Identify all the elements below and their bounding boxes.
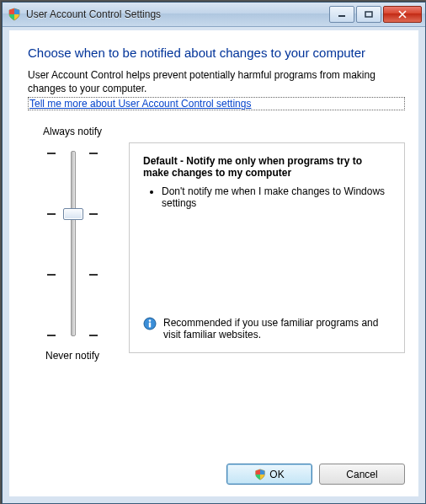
cancel-button[interactable]: Cancel [319, 464, 405, 485]
page-heading: Choose when to be notified about changes… [28, 46, 405, 60]
page-description: User Account Control helps prevent poten… [28, 68, 405, 95]
slider-column: Always notify Never notify [28, 126, 117, 362]
recommendation-text: Recommended if you use familiar programs… [163, 317, 391, 340]
ok-button[interactable]: OK [226, 464, 312, 485]
window-title: User Account Control Settings [26, 8, 327, 20]
titlebar[interactable]: User Account Control Settings [3, 3, 425, 27]
option-title: Default - Notify me only when programs t… [143, 155, 391, 179]
dialog-buttons: OK Cancel [28, 450, 405, 485]
slider-tick [47, 274, 98, 276]
ok-button-label: OK [269, 469, 284, 480]
notification-slider[interactable] [47, 146, 98, 341]
option-description-panel: Default - Notify me only when programs t… [129, 142, 405, 353]
svg-rect-1 [365, 12, 372, 17]
svg-rect-4 [149, 323, 151, 328]
slider-top-label: Always notify [43, 126, 102, 137]
option-bullet: Don't notify me when I make changes to W… [162, 185, 391, 209]
cancel-button-label: Cancel [346, 469, 377, 480]
client-area: Choose when to be notified about changes… [3, 27, 425, 503]
recommendation-row: Recommended if you use familiar programs… [143, 317, 391, 340]
slider-bottom-label: Never notify [45, 350, 99, 362]
svg-rect-0 [338, 15, 345, 17]
option-bullets: Don't notify me when I make changes to W… [148, 185, 391, 212]
svg-point-3 [149, 320, 152, 323]
uac-shield-icon [254, 469, 266, 480]
main-row: Always notify Never notify Default - Not… [28, 126, 405, 362]
close-button[interactable] [383, 6, 422, 23]
slider-tick [47, 153, 98, 154]
uac-shield-icon [8, 8, 21, 21]
window-controls [327, 6, 422, 23]
uac-settings-window: User Account Control Settings Choose whe… [2, 2, 426, 504]
slider-tick [47, 335, 98, 336]
maximize-button[interactable] [356, 6, 381, 23]
info-icon [143, 317, 157, 330]
minimize-button[interactable] [329, 6, 354, 23]
slider-thumb[interactable] [63, 208, 83, 220]
learn-more-link[interactable]: Tell me more about User Account Control … [28, 97, 405, 110]
slider-track [71, 151, 76, 336]
